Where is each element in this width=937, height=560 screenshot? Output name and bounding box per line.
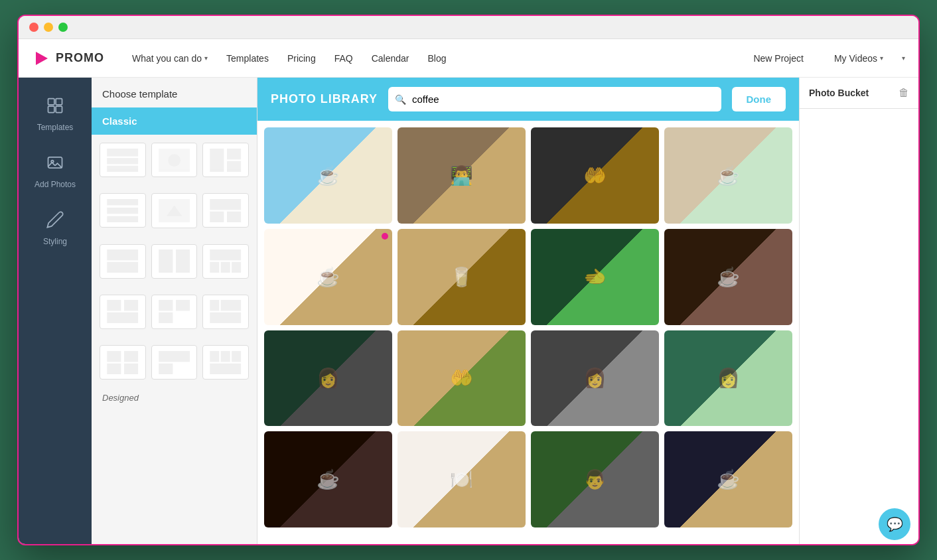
template-thumb-7[interactable] <box>100 244 146 279</box>
svg-rect-24 <box>107 262 138 273</box>
sidebar-add-photos-label: Add Photos <box>35 180 76 189</box>
svg-rect-36 <box>159 313 173 323</box>
template-section-designed: Designed <box>92 387 257 405</box>
photo-item[interactable]: 👨 <box>531 431 659 527</box>
chat-bubble-button[interactable]: 💬 <box>879 508 910 540</box>
template-grid-3 <box>92 236 257 287</box>
template-thumb-12[interactable] <box>202 295 249 329</box>
sidebar-item-styling[interactable]: Styling <box>19 202 92 254</box>
trash-icon[interactable]: 🗑 <box>899 87 909 99</box>
svg-rect-49 <box>210 363 242 374</box>
sidebar-styling-label: Styling <box>43 237 67 246</box>
template-thumb-3[interactable] <box>202 143 249 177</box>
nav-blog[interactable]: Blog <box>420 48 455 69</box>
template-panel: Choose template Classic <box>92 78 257 544</box>
svg-rect-9 <box>107 165 138 171</box>
photo-item[interactable]: 🫲 <box>531 229 659 325</box>
template-category-classic[interactable]: Classic <box>92 107 257 135</box>
nav-links: What you can do ▾ Templates Pricing FAQ … <box>124 48 741 69</box>
photo-library-title: PHOTO LIBRARY <box>271 92 378 106</box>
svg-rect-22 <box>227 212 241 222</box>
svg-rect-30 <box>232 262 242 273</box>
photo-item[interactable]: ☕ <box>264 127 392 224</box>
svg-rect-46 <box>210 351 220 362</box>
svg-rect-45 <box>159 363 173 374</box>
svg-rect-14 <box>227 161 241 171</box>
my-videos-chevron: ▾ <box>880 54 883 62</box>
nav-templates[interactable]: Templates <box>218 48 277 69</box>
template-thumb-10[interactable] <box>100 295 146 329</box>
photo-icon: 🫲 <box>531 229 659 325</box>
browser-dot-green[interactable] <box>58 23 68 32</box>
svg-rect-39 <box>210 313 242 323</box>
template-thumb-11[interactable] <box>151 295 198 329</box>
template-thumb-9[interactable] <box>202 244 249 279</box>
svg-rect-8 <box>107 158 138 164</box>
template-thumb-14[interactable] <box>151 345 198 380</box>
svg-rect-34 <box>159 300 173 311</box>
template-grid-5 <box>92 337 257 387</box>
template-thumb-6[interactable] <box>202 193 249 228</box>
svg-rect-7 <box>107 149 138 157</box>
svg-rect-20 <box>210 199 242 210</box>
promo-logo-icon <box>32 49 50 68</box>
photo-icon: ☕ <box>264 431 392 527</box>
svg-rect-37 <box>210 300 220 311</box>
photo-item[interactable]: 🤲 <box>531 127 659 224</box>
photo-item[interactable]: ☕ <box>664 127 792 224</box>
photo-icon: ☕ <box>264 127 392 224</box>
photo-item[interactable]: 🤲 <box>397 330 526 427</box>
photo-item[interactable]: ☕ <box>664 229 792 325</box>
sidebar-item-templates[interactable]: Templates <box>19 88 92 140</box>
photo-icon: ☕ <box>664 431 792 527</box>
sidebar-templates-label: Templates <box>37 123 74 132</box>
photo-library: PHOTO LIBRARY 🔍 Done ☕👨‍💻🤲☕☕🥛🫲☕👩🤲👩👩☕🍽️👨☕ <box>257 78 799 544</box>
photo-item[interactable]: ☕ <box>264 431 392 527</box>
sidebar-item-add-photos[interactable]: Add Photos <box>19 145 92 197</box>
browser-dot-red[interactable] <box>29 23 38 32</box>
template-thumb-5[interactable] <box>151 193 198 228</box>
photo-item[interactable]: 👩 <box>264 330 392 427</box>
template-panel-header: Choose template <box>92 78 257 107</box>
photo-search-input[interactable] <box>388 87 721 111</box>
svg-rect-35 <box>176 300 190 311</box>
svg-rect-47 <box>221 351 230 362</box>
template-thumb-13[interactable] <box>100 345 146 380</box>
svg-rect-15 <box>107 199 138 205</box>
template-thumb-15[interactable] <box>202 345 249 380</box>
photo-grid: ☕👨‍💻🤲☕☕🥛🫲☕👩🤲👩👩☕🍽️👨☕ <box>264 127 792 527</box>
photo-icon: 🤲 <box>531 127 659 224</box>
browser-dot-yellow[interactable] <box>44 23 53 32</box>
template-thumb-1[interactable] <box>100 143 146 177</box>
my-videos-button[interactable]: My Videos ▾ <box>826 48 891 69</box>
svg-rect-4 <box>56 106 62 112</box>
photo-item[interactable]: 👨‍💻 <box>397 127 526 224</box>
nav-more-chevron[interactable]: ▾ <box>902 54 905 62</box>
template-thumb-2[interactable] <box>151 143 198 177</box>
photo-icon: 🍽️ <box>397 431 526 527</box>
logo-text: PROMO <box>56 51 104 65</box>
svg-marker-0 <box>36 52 48 65</box>
photo-item[interactable]: ☕ <box>264 229 392 325</box>
nav-faq[interactable]: FAQ <box>326 48 361 69</box>
photo-item[interactable]: 👩 <box>664 330 792 427</box>
photo-item[interactable]: 🍽️ <box>397 431 526 527</box>
nav-bar: PROMO What you can do ▾ Templates Pricin… <box>19 39 918 78</box>
nav-pricing[interactable]: Pricing <box>279 48 324 69</box>
nav-calendar[interactable]: Calendar <box>364 48 417 69</box>
svg-rect-12 <box>210 149 224 172</box>
nav-what-you-can-do[interactable]: What you can do ▾ <box>124 48 216 69</box>
template-grid-4 <box>92 287 257 337</box>
photo-icon: 🥛 <box>397 229 526 325</box>
template-thumb-8[interactable] <box>151 244 198 279</box>
new-project-button[interactable]: New Project <box>741 48 815 69</box>
main-area: Templates Add Photos <box>19 78 918 544</box>
template-thumb-4[interactable] <box>100 193 146 228</box>
photo-item[interactable]: ☕ <box>664 431 792 527</box>
photo-icon: ☕ <box>664 229 792 325</box>
photo-item[interactable]: 👩 <box>531 330 659 427</box>
photo-bucket: Photo Bucket 🗑 <box>799 78 918 544</box>
done-button[interactable]: Done <box>732 87 786 111</box>
svg-rect-38 <box>221 300 241 311</box>
photo-item[interactable]: 🥛 <box>397 229 526 325</box>
